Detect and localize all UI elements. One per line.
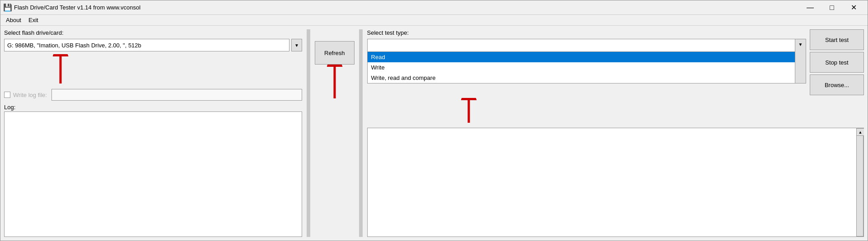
scrollbar[interactable]: ▲	[856, 128, 863, 236]
option-write[interactable]: Write	[368, 62, 795, 73]
window-title: Flash Drive/Card Tester v1.14 from www.v…	[14, 4, 800, 11]
right-panel: Select test type: Read Write Write, rea	[367, 29, 864, 237]
action-buttons: Start test Stop test Browse...	[810, 29, 864, 95]
write-log-label: Write log file:	[13, 92, 47, 98]
minimize-button[interactable]: —	[800, 1, 821, 14]
write-log-row: Write log file:	[4, 88, 302, 101]
drive-select-label: Select flash drive/card:	[4, 29, 302, 36]
arrow-up-dropdown	[457, 98, 480, 125]
scroll-up-button[interactable]: ▲	[857, 129, 864, 136]
log-section: Log:	[4, 104, 302, 237]
option-read[interactable]: Read	[368, 52, 795, 62]
test-type-label: Select test type:	[367, 29, 806, 36]
right-log-area: ▲	[367, 128, 864, 237]
test-type-section: Select test type: Read Write Write, rea	[367, 29, 806, 83]
title-bar: 💾 Flash Drive/Card Tester v1.14 from www…	[0, 0, 868, 15]
log-label: Log:	[4, 104, 302, 111]
main-window: 💾 Flash Drive/Card Tester v1.14 from www…	[0, 0, 868, 241]
option-write-read-compare[interactable]: Write, read and compare	[368, 73, 795, 83]
left-panel: Select flash drive/card: ▼	[4, 29, 302, 237]
app-icon: 💾	[4, 3, 11, 12]
arrow-up-left	[49, 54, 72, 86]
drive-dropdown-button[interactable]: ▼	[291, 39, 302, 51]
test-dropdown-button[interactable]: ▼	[795, 39, 806, 83]
refresh-section: Refresh	[315, 29, 355, 237]
arrow-up-refresh	[323, 65, 346, 101]
log-file-input[interactable]	[51, 89, 302, 101]
test-type-selected-display[interactable]	[367, 39, 795, 51]
test-type-dropdown-container: Read Write Write, read and compare	[367, 39, 795, 83]
menu-exit[interactable]: Exit	[25, 16, 42, 24]
main-content: Select flash drive/card: ▼	[0, 26, 868, 241]
refresh-button[interactable]: Refresh	[315, 41, 355, 65]
log-area[interactable]	[4, 111, 302, 237]
close-button[interactable]: ✕	[843, 1, 864, 14]
drive-input[interactable]	[4, 39, 289, 51]
write-log-checkbox[interactable]	[4, 92, 10, 98]
vertical-divider	[307, 29, 310, 237]
start-test-button[interactable]: Start test	[810, 29, 864, 50]
menu-bar: About Exit	[0, 15, 868, 26]
stop-test-button[interactable]: Stop test	[810, 52, 864, 73]
window-controls: — □ ✕	[800, 1, 864, 14]
menu-about[interactable]: About	[2, 16, 25, 24]
drive-select-section: Select flash drive/card: ▼	[4, 29, 302, 51]
vertical-divider-2	[359, 29, 363, 237]
test-type-options-list: Read Write Write, read and compare	[367, 51, 795, 83]
browse-button[interactable]: Browse...	[810, 74, 864, 95]
maximize-button[interactable]: □	[821, 1, 842, 14]
